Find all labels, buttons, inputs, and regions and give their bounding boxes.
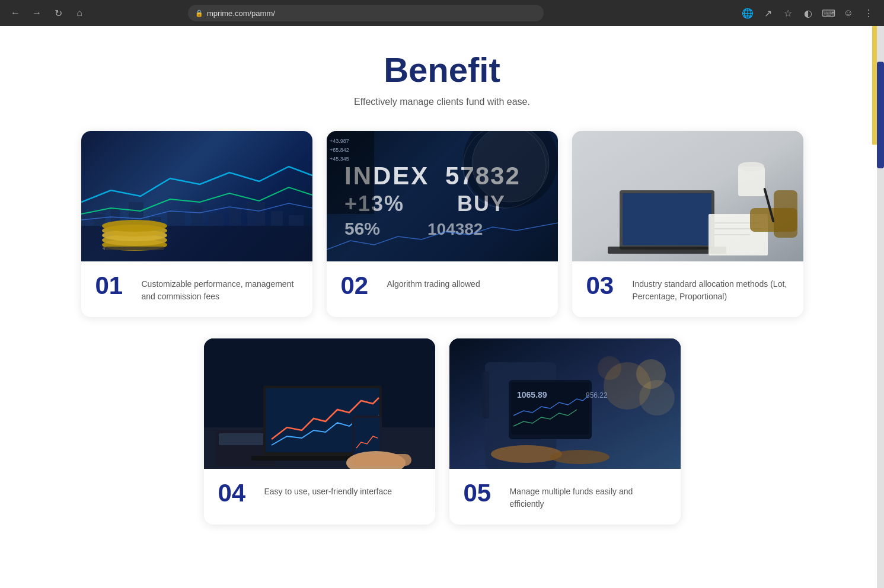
page-header: Benefit Effectively manage clients fund … bbox=[81, 50, 804, 107]
browser-chrome: ← → ↻ ⌂ 🔒 mprime.com/pamm/ 🌐 ↗ ☆ ◐ ⌨ ☺ ⋮ bbox=[0, 0, 884, 26]
scrollbar-thumb[interactable] bbox=[877, 62, 884, 168]
split-view-button[interactable]: ⌨ bbox=[820, 5, 837, 21]
svg-text:856.22: 856.22 bbox=[586, 391, 608, 400]
svg-rect-55 bbox=[352, 454, 411, 466]
card-02-body: 02 Algorithm trading allowed bbox=[327, 261, 558, 315]
card-01-text: Customizable performance, management and… bbox=[142, 273, 298, 303]
benefit-card-04: 04 Easy to use, user-friendly interface bbox=[204, 338, 435, 525]
forward-button[interactable]: → bbox=[28, 5, 45, 21]
card-05-body: 05 Manage multiple funds easily and effi… bbox=[449, 469, 681, 525]
svg-rect-17 bbox=[105, 247, 164, 250]
svg-rect-6 bbox=[191, 205, 203, 226]
share-button[interactable]: ↗ bbox=[759, 5, 776, 21]
svg-point-68 bbox=[550, 450, 609, 464]
svg-point-67 bbox=[491, 445, 562, 463]
card-04-image bbox=[204, 338, 435, 469]
cards-row-top: 01 Customizable performance, management … bbox=[81, 131, 804, 317]
translate-button[interactable]: 🌐 bbox=[739, 5, 756, 21]
benefit-card-01: 01 Customizable performance, management … bbox=[81, 131, 312, 317]
svg-point-60 bbox=[639, 380, 675, 416]
url-text: mprime.com/pamm/ bbox=[207, 9, 275, 18]
benefit-card-03: 03 Industry standard allocation methods … bbox=[572, 131, 803, 317]
extension-button[interactable]: ◐ bbox=[800, 5, 816, 21]
page-subtitle: Effectively manage clients fund with eas… bbox=[81, 97, 804, 107]
card-03-image bbox=[572, 131, 803, 261]
svg-rect-10 bbox=[271, 211, 283, 226]
svg-point-59 bbox=[598, 356, 621, 380]
card-04-number: 04 bbox=[218, 481, 254, 506]
svg-rect-43 bbox=[774, 190, 797, 238]
side-accent bbox=[872, 26, 877, 145]
benefit-card-05: 1065.89 856.22 05 Manage multiple funds … bbox=[449, 338, 681, 525]
card-02-image: INDEX 57832 +13% BUY 56% 104382 +43.987 … bbox=[327, 131, 558, 261]
svg-rect-62 bbox=[482, 371, 489, 418]
bookmark-button[interactable]: ☆ bbox=[780, 5, 796, 21]
svg-text:+65.842: +65.842 bbox=[330, 147, 349, 153]
page-container: Benefit Effectively manage clients fund … bbox=[0, 26, 884, 560]
svg-rect-7 bbox=[209, 214, 224, 226]
lock-icon: 🔒 bbox=[195, 9, 203, 17]
card-05-image: 1065.89 856.22 bbox=[449, 338, 681, 469]
svg-rect-1 bbox=[93, 214, 105, 226]
svg-point-16 bbox=[102, 220, 167, 232]
svg-text:56%: 56% bbox=[344, 219, 380, 238]
card-04-text: Easy to use, user-friendly interface bbox=[264, 481, 392, 498]
main-content: Benefit Effectively manage clients fund … bbox=[45, 26, 840, 560]
svg-text:1065.89: 1065.89 bbox=[517, 390, 547, 400]
card-05-number: 05 bbox=[464, 481, 499, 506]
cards-row-bottom: 04 Easy to use, user-friendly interface bbox=[81, 338, 804, 525]
page-title: Benefit bbox=[81, 50, 804, 90]
svg-text:104382: 104382 bbox=[427, 220, 483, 238]
back-button[interactable]: ← bbox=[7, 5, 24, 21]
home-button[interactable]: ⌂ bbox=[71, 5, 88, 21]
card-01-image bbox=[81, 131, 312, 261]
card-01-body: 01 Customizable performance, management … bbox=[81, 261, 312, 317]
svg-rect-11 bbox=[289, 215, 304, 226]
card-05-text: Manage multiple funds easily and efficie… bbox=[510, 481, 666, 510]
browser-actions: 🌐 ↗ ☆ ◐ ⌨ ☺ ⋮ bbox=[739, 5, 877, 21]
card-02-number: 02 bbox=[341, 273, 376, 298]
card-04-body: 04 Easy to use, user-friendly interface bbox=[204, 469, 435, 522]
svg-text:+45.345: +45.345 bbox=[330, 156, 349, 162]
address-bar[interactable]: 🔒 mprime.com/pamm/ bbox=[188, 5, 544, 21]
card-03-text: Industry standard allocation methods (Lo… bbox=[633, 273, 789, 303]
profile-button[interactable]: ☺ bbox=[840, 5, 857, 21]
svg-point-41 bbox=[738, 162, 764, 171]
card-03-body: 03 Industry standard allocation methods … bbox=[572, 261, 803, 317]
svg-rect-9 bbox=[247, 202, 265, 226]
card-01-number: 01 bbox=[95, 273, 131, 298]
svg-rect-34 bbox=[623, 193, 711, 245]
refresh-button[interactable]: ↻ bbox=[50, 5, 66, 21]
svg-text:+43.987: +43.987 bbox=[330, 138, 349, 144]
menu-button[interactable]: ⋮ bbox=[860, 5, 877, 21]
scrollbar[interactable] bbox=[877, 26, 884, 588]
svg-rect-8 bbox=[229, 208, 241, 226]
card-03-number: 03 bbox=[586, 273, 622, 298]
card-02-text: Algorithm trading allowed bbox=[387, 273, 480, 290]
benefit-card-02: INDEX 57832 +13% BUY 56% 104382 +43.987 … bbox=[327, 131, 558, 317]
svg-rect-5 bbox=[167, 211, 185, 226]
